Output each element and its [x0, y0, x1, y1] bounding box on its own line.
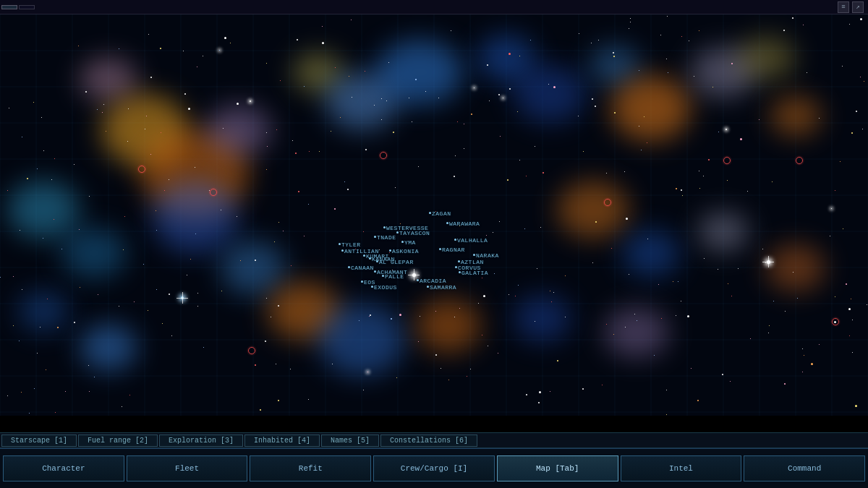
star [846, 283, 847, 285]
map-btn[interactable]: Map [Tab] [497, 455, 618, 481]
star [509, 53, 511, 55]
system-dot[interactable] [446, 222, 448, 224]
star [351, 20, 352, 20]
nebula [767, 244, 825, 291]
star [660, 35, 661, 35]
star [283, 231, 284, 231]
star [583, 151, 584, 152]
star [856, 111, 857, 112]
star [156, 230, 157, 231]
star [489, 100, 490, 101]
star [278, 222, 279, 223]
expand-icon[interactable]: ↗ [852, 1, 864, 13]
star [518, 285, 519, 286]
star [276, 364, 276, 364]
star [448, 380, 449, 380]
star [486, 235, 487, 236]
hyperspace-map[interactable]: ZAGANWARAWARAWESTERVESSETAYASCONTNADEYMA… [0, 14, 868, 416]
star [676, 188, 677, 189]
system-dot[interactable] [383, 226, 386, 228]
filter-tab-0[interactable]: Starscape [1] [1, 435, 77, 447]
system-dot[interactable] [389, 249, 391, 252]
system-dot[interactable] [374, 236, 376, 238]
star [731, 63, 733, 64]
filter-tab-1[interactable]: Fuel range [2] [78, 435, 158, 447]
top-icons: ≡ ↗ [838, 1, 868, 13]
star [629, 274, 629, 275]
star [851, 132, 853, 134]
star [482, 278, 482, 278]
system-dot[interactable] [396, 231, 399, 234]
filter-tab-4[interactable]: Names [5] [321, 435, 379, 447]
system-dot[interactable] [459, 271, 461, 273]
system-dot[interactable] [363, 254, 365, 257]
star [304, 236, 305, 236]
star [517, 111, 518, 112]
star [459, 308, 460, 309]
system-dot[interactable] [339, 243, 341, 245]
nebula [698, 212, 749, 252]
star [852, 320, 853, 320]
refit-btn[interactable]: Refit [250, 455, 371, 481]
bright-star [412, 273, 416, 277]
ring-marker [138, 166, 145, 173]
system-tab[interactable] [19, 5, 35, 9]
system-dot[interactable] [429, 212, 431, 214]
nebula [7, 181, 80, 239]
fleet-btn[interactable]: Fleet [127, 455, 248, 481]
system-dot[interactable] [439, 248, 441, 250]
system-dot[interactable] [417, 279, 419, 281]
system-dot[interactable] [341, 249, 344, 252]
star [160, 48, 161, 49]
command-btn[interactable]: Command [744, 455, 865, 481]
filter-tab-5[interactable]: Constellations [6] [380, 435, 477, 447]
character-btn[interactable]: Character [3, 455, 124, 481]
star [457, 121, 458, 122]
star [340, 117, 341, 118]
system-dot[interactable] [473, 254, 475, 256]
system-dot[interactable] [454, 239, 456, 241]
star [295, 153, 297, 154]
star [613, 56, 615, 57]
crew-btn[interactable]: Crew/Cargo [I] [373, 455, 495, 481]
star [395, 187, 396, 188]
star [55, 412, 56, 413]
star [349, 76, 349, 77]
star [687, 315, 689, 317]
system-dot[interactable] [371, 286, 373, 288]
system-dot[interactable] [369, 257, 371, 260]
star [169, 294, 170, 295]
star [624, 171, 625, 172]
star [487, 64, 488, 66]
star [498, 353, 498, 354]
star [290, 369, 291, 369]
system-dot[interactable] [401, 241, 404, 243]
ring-marker [796, 157, 803, 164]
system-dot[interactable] [376, 260, 378, 262]
star [613, 52, 614, 53]
system-dot[interactable] [382, 275, 384, 277]
system-dot[interactable] [348, 266, 350, 268]
star [667, 16, 668, 17]
star [509, 294, 509, 295]
bright-star [181, 296, 184, 299]
star [266, 169, 267, 170]
system-dot[interactable] [374, 270, 376, 273]
star [347, 189, 349, 190]
system-dot[interactable] [455, 266, 457, 268]
filter-tab-2[interactable]: Exploration [3] [159, 435, 243, 447]
star [759, 119, 760, 120]
star [388, 62, 389, 63]
sector-tab[interactable] [1, 5, 17, 9]
system-dot[interactable] [458, 260, 460, 262]
nebula [514, 65, 586, 123]
star [591, 43, 592, 43]
filter-tab-3[interactable]: Inhabited [4] [244, 435, 320, 447]
star [393, 132, 394, 133]
menu-icon[interactable]: ≡ [838, 1, 849, 13]
system-dot[interactable] [361, 281, 363, 283]
star [641, 150, 642, 150]
system-dot[interactable] [427, 286, 429, 288]
intel-btn[interactable]: Intel [621, 455, 742, 481]
star [843, 228, 843, 229]
